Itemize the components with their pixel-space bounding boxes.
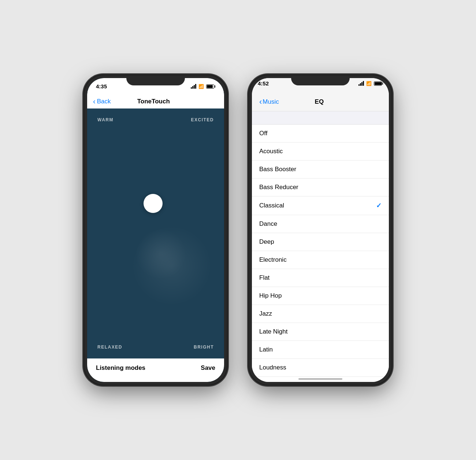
wifi-icon-2: 📶 — [366, 81, 372, 86]
eq-item[interactable]: Flat — [252, 269, 389, 287]
phone-2: 4:52 📶 ‹ Music EQ — [249, 75, 392, 385]
eq-item[interactable]: Bass Booster — [252, 161, 389, 179]
eq-item-label: Bass Reducer — [259, 184, 298, 191]
tonetouch-title: ToneTouch — [137, 98, 170, 105]
status-icons-2: 📶 — [358, 81, 383, 86]
home-indicator-1 — [134, 378, 178, 380]
eq-item-label: Dance — [259, 220, 277, 228]
eq-item-label: Acoustic — [259, 148, 283, 155]
eq-title: EQ — [315, 98, 324, 106]
eq-item[interactable]: Acoustic — [252, 143, 389, 161]
notch-2 — [291, 75, 350, 85]
eq-item[interactable]: Electronic — [252, 251, 389, 269]
eq-item[interactable]: Dance — [252, 215, 389, 233]
eq-item[interactable]: Loudness — [252, 359, 389, 377]
eq-item[interactable]: Jazz — [252, 305, 389, 323]
signal-icon-1 — [191, 84, 196, 89]
back-chevron-icon: ‹ — [93, 97, 96, 106]
home-indicator-2 — [298, 378, 342, 380]
bright-label: BRIGHT — [194, 345, 214, 350]
eq-item-label: Jazz — [259, 310, 272, 317]
eq-item-label: Late Night — [259, 328, 288, 335]
save-button[interactable]: Save — [201, 364, 215, 372]
time-2: 4:52 — [258, 80, 269, 87]
screen-1: 4:35 📶 ‹ Back Ton — [87, 78, 224, 382]
eq-item-label: Hip Hop — [259, 292, 282, 299]
eq-item-label: Off — [259, 130, 267, 137]
tonetouch-canvas[interactable]: WARM EXCITED RELAXED BRIGHT — [87, 108, 224, 358]
eq-item-label: Loudness — [259, 364, 286, 371]
eq-item-label: Flat — [259, 274, 269, 281]
excited-label: EXCITED — [191, 117, 214, 122]
back-button[interactable]: ‹ Back — [93, 97, 111, 106]
eq-item-label: Latin — [259, 346, 273, 353]
listening-modes-label: Listening modes — [96, 364, 145, 372]
eq-item-label: Classical — [259, 202, 284, 209]
battery-icon-2 — [374, 81, 383, 86]
music-back-label: Music — [263, 98, 279, 106]
eq-item[interactable]: Hip Hop — [252, 287, 389, 305]
selected-checkmark: ✓ — [376, 202, 382, 210]
wifi-icon-1: 📶 — [198, 84, 204, 89]
eq-item-label: Bass Booster — [259, 166, 296, 173]
eq-item[interactable]: Latin — [252, 341, 389, 359]
time-1: 4:35 — [96, 83, 107, 89]
notch-1 — [126, 75, 185, 85]
eq-item-label: Electronic — [259, 256, 287, 264]
back-chevron-icon-2: ‹ — [259, 97, 262, 107]
status-icons-1: 📶 — [191, 84, 215, 89]
eq-section-blank — [252, 111, 389, 125]
battery-icon-1 — [206, 84, 215, 89]
warm-label: WARM — [97, 117, 114, 122]
eq-item-label: Deep — [259, 238, 274, 246]
eq-item[interactable]: Deep — [252, 233, 389, 251]
eq-item[interactable]: Off — [252, 125, 389, 143]
glow-inner — [135, 228, 186, 280]
eq-item[interactable]: Late Night — [252, 323, 389, 341]
phone-1: 4:35 📶 ‹ Back Ton — [84, 75, 227, 385]
signal-icon-2 — [358, 81, 364, 86]
music-back-button[interactable]: ‹ Music — [259, 97, 279, 107]
back-label: Back — [97, 98, 111, 105]
eq-list: OffAcousticBass BoosterBass ReducerClass… — [252, 111, 389, 382]
tone-dot[interactable] — [144, 194, 163, 213]
eq-item[interactable]: Bass Reducer — [252, 179, 389, 196]
relaxed-label: RELAXED — [97, 345, 122, 350]
eq-item[interactable]: Classical✓ — [252, 196, 389, 215]
screen-2: 4:52 📶 ‹ Music EQ — [252, 78, 389, 382]
